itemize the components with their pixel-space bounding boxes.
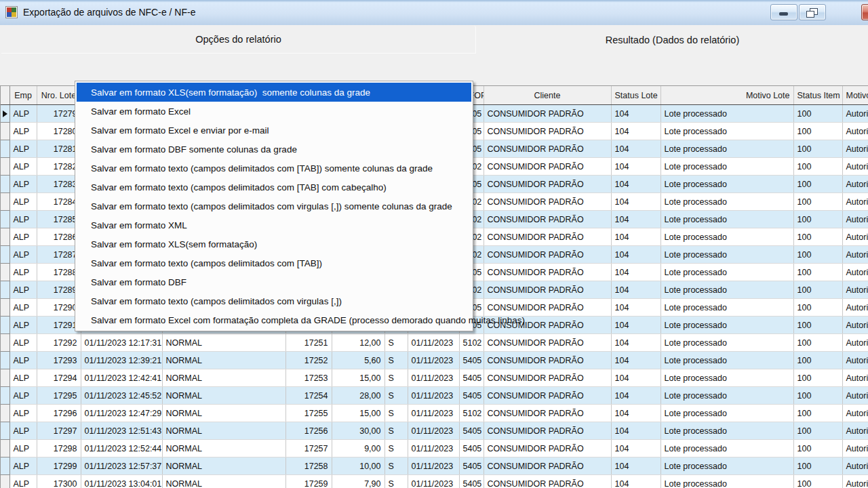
cell-lote[interactable]: 17297 xyxy=(37,422,81,440)
table-row[interactable]: ALP1729401/11/2023 12:42:41NORMAL1725315… xyxy=(1,369,868,387)
cell-nota[interactable]: 17257 xyxy=(285,440,332,458)
cell-status_item[interactable]: 100 xyxy=(793,158,842,176)
cell-status_item[interactable]: 100 xyxy=(793,211,842,228)
cell-motivo_lote[interactable]: Lote processado xyxy=(660,387,793,405)
cell-tipo[interactable]: NORMAL xyxy=(162,334,285,352)
cell-nota[interactable]: 17252 xyxy=(285,352,332,369)
cell-lote[interactable]: 17298 xyxy=(37,440,81,458)
cell-emp[interactable]: ALP xyxy=(9,387,37,405)
cell-status_lote[interactable]: 104 xyxy=(611,264,660,281)
cell-cliente[interactable]: CONSUMIDOR PADRÃO xyxy=(484,281,611,299)
cell-emp[interactable]: ALP xyxy=(9,123,37,140)
cell-motivo[interactable]: Autoriz xyxy=(842,440,868,458)
cell-status_lote[interactable]: 104 xyxy=(611,334,660,352)
cell-datahora[interactable]: 01/11/2023 12:52:44 xyxy=(81,440,162,458)
cell-cliente[interactable]: CONSUMIDOR PADRÃO xyxy=(484,158,611,176)
cell-status_item[interactable]: 100 xyxy=(793,281,842,299)
cell-status_lote[interactable]: 104 xyxy=(611,387,660,405)
cell-motivo_lote[interactable]: Lote processado xyxy=(660,228,793,246)
cell-emp[interactable]: ALP xyxy=(9,140,37,158)
cell-emp[interactable]: ALP xyxy=(9,475,37,488)
cell-status_lote[interactable]: 104 xyxy=(611,105,660,123)
cell-motivo[interactable]: Autoriz xyxy=(842,228,868,246)
cell-status_lote[interactable]: 104 xyxy=(611,299,660,317)
cell-status_item[interactable]: 100 xyxy=(793,140,842,158)
cell-status_lote[interactable]: 104 xyxy=(611,369,660,387)
cell-tipo[interactable]: NORMAL xyxy=(162,405,285,422)
cell-motivo_lote[interactable]: Lote processado xyxy=(660,352,793,369)
minimize-button[interactable] xyxy=(770,4,797,20)
cell-status_item[interactable]: 100 xyxy=(793,228,842,246)
cell-tipo[interactable]: NORMAL xyxy=(162,475,285,488)
cell-lote[interactable]: 17293 xyxy=(37,352,81,369)
cell-motivo[interactable]: Autoriz xyxy=(842,334,868,352)
cell-status_item[interactable]: 100 xyxy=(793,422,842,440)
cell-emp[interactable]: ALP xyxy=(9,105,37,123)
cell-motivo[interactable]: Autoriz xyxy=(842,264,868,281)
cell-motivo[interactable]: Autoriz xyxy=(842,317,868,334)
column-header-status_lote[interactable]: Status Lote xyxy=(611,86,660,105)
cell-cfop[interactable]: 5405 xyxy=(459,422,484,440)
table-row[interactable]: ALP1729801/11/2023 12:52:44NORMAL172579,… xyxy=(1,440,868,458)
cell-cfop[interactable]: 5405 xyxy=(459,440,484,458)
cell-emp[interactable]: ALP xyxy=(9,458,37,475)
cell-status_item[interactable]: 100 xyxy=(793,334,842,352)
cell-data[interactable]: 01/11/2023 xyxy=(408,387,459,405)
close-button[interactable] xyxy=(861,4,868,20)
cell-status_item[interactable]: 100 xyxy=(793,458,842,475)
cell-valor[interactable]: 7,90 xyxy=(332,475,384,488)
tab-report-options[interactable]: Opções do relatório xyxy=(1,26,476,54)
cell-status_item[interactable]: 100 xyxy=(793,246,842,264)
cell-cliente[interactable]: CONSUMIDOR PADRÃO xyxy=(484,405,611,422)
cell-data[interactable]: 01/11/2023 xyxy=(408,352,459,369)
cell-cliente[interactable]: CONSUMIDOR PADRÃO xyxy=(484,140,611,158)
cell-lote[interactable]: 17295 xyxy=(37,387,81,405)
cell-status_lote[interactable]: 104 xyxy=(611,352,660,369)
cell-cfop[interactable]: 5405 xyxy=(459,387,484,405)
cell-data[interactable]: 01/11/2023 xyxy=(408,458,459,475)
cell-emp[interactable]: ALP xyxy=(9,228,37,246)
cell-motivo[interactable]: Autoriz xyxy=(842,105,868,123)
menu-item-8[interactable]: Salvar em formato XLS(sem formatação) xyxy=(77,235,471,253)
menu-item-3[interactable]: Salvar em formato DBF somente colunas da… xyxy=(77,140,471,159)
cell-status_item[interactable]: 100 xyxy=(793,405,842,422)
cell-status_item[interactable]: 100 xyxy=(793,369,842,387)
cell-motivo[interactable]: Autoriz xyxy=(842,246,868,264)
cell-datahora[interactable]: 01/11/2023 13:04:01 xyxy=(81,475,162,488)
cell-emp[interactable]: ALP xyxy=(9,158,37,176)
column-header-motivo[interactable]: Motivo xyxy=(842,86,868,105)
cell-s[interactable]: S xyxy=(384,369,408,387)
cell-status_lote[interactable]: 104 xyxy=(611,228,660,246)
cell-s[interactable]: S xyxy=(384,334,408,352)
table-row[interactable]: ALP1729201/11/2023 12:17:31NORMAL1725112… xyxy=(1,334,868,352)
cell-status_lote[interactable]: 104 xyxy=(611,123,660,140)
menu-item-0[interactable]: Salvar em formato XLS(sem formatação) so… xyxy=(77,83,471,102)
cell-cliente[interactable]: CONSUMIDOR PADRÃO xyxy=(484,458,611,475)
cell-motivo_lote[interactable]: Lote processado xyxy=(660,123,793,140)
cell-s[interactable]: S xyxy=(384,440,408,458)
cell-data[interactable]: 01/11/2023 xyxy=(408,405,459,422)
cell-emp[interactable]: ALP xyxy=(9,211,37,228)
cell-status_lote[interactable]: 104 xyxy=(611,158,660,176)
cell-s[interactable]: S xyxy=(384,352,408,369)
menu-item-11[interactable]: Salvar em formato texto (campos delimita… xyxy=(77,291,471,310)
cell-emp[interactable]: ALP xyxy=(9,246,37,264)
cell-motivo[interactable]: Autoriz xyxy=(842,458,868,475)
cell-status_item[interactable]: 100 xyxy=(793,352,842,369)
cell-nota[interactable]: 17255 xyxy=(285,405,332,422)
cell-motivo[interactable]: Autoriz xyxy=(842,140,868,158)
cell-emp[interactable]: ALP xyxy=(9,369,37,387)
cell-cliente[interactable]: CONSUMIDOR PADRÃO xyxy=(484,211,611,228)
cell-motivo[interactable]: Autoriz xyxy=(842,369,868,387)
cell-status_lote[interactable]: 104 xyxy=(611,281,660,299)
cell-motivo_lote[interactable]: Lote processado xyxy=(660,211,793,228)
cell-motivo[interactable]: Autoriz xyxy=(842,123,868,140)
cell-cliente[interactable]: CONSUMIDOR PADRÃO xyxy=(484,299,611,317)
menu-item-2[interactable]: Salvar em formato Excel e enviar por e-m… xyxy=(77,121,471,140)
cell-emp[interactable]: ALP xyxy=(9,440,37,458)
cell-lote[interactable]: 17292 xyxy=(37,334,81,352)
cell-cliente[interactable]: CONSUMIDOR PADRÃO xyxy=(484,176,611,193)
cell-emp[interactable]: ALP xyxy=(9,352,37,369)
cell-cliente[interactable]: CONSUMIDOR PADRÃO xyxy=(484,422,611,440)
cell-motivo[interactable]: Autoriz xyxy=(842,211,868,228)
